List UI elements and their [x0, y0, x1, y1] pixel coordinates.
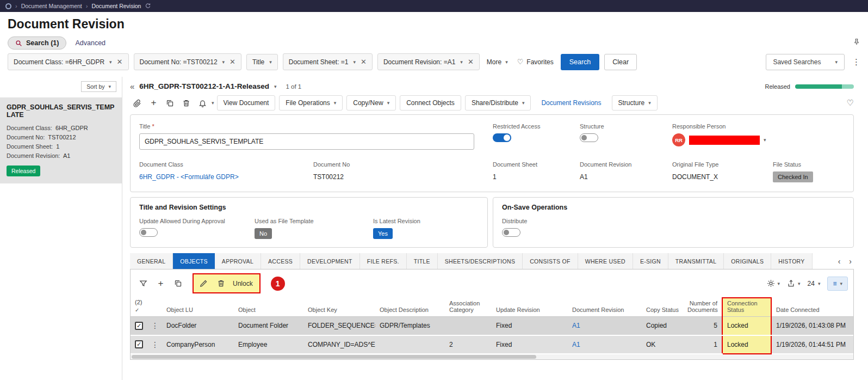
chevron-down-icon[interactable]: ▾ — [222, 59, 225, 65]
horizontal-scrollbar[interactable] — [131, 354, 853, 359]
overflow-menu-icon[interactable]: ⋮ — [852, 57, 860, 67]
tab-where-used[interactable]: WHERE USED — [578, 253, 633, 269]
more-filters-button[interactable]: More ▾ — [485, 54, 510, 70]
checkbox-checked-icon[interactable]: ✓ — [135, 340, 143, 348]
breadcrumb-document-management[interactable]: Document Management — [21, 3, 82, 9]
clear-button[interactable]: Clear — [604, 54, 637, 70]
favorites-button[interactable]: ♡ Favorites — [515, 54, 556, 70]
document-class-value[interactable]: 6HR_GDPR - <Formuláře GDPR> — [139, 173, 239, 181]
search-button[interactable]: Search — [561, 54, 600, 70]
col-number-of-documents[interactable]: Number of Documents — [683, 298, 722, 317]
tab-scroll-right-icon[interactable]: › — [849, 257, 852, 266]
restricted-access-toggle[interactable] — [493, 133, 511, 142]
tab-advanced[interactable]: Advanced — [75, 39, 106, 47]
tab-access[interactable]: ACCESS — [261, 253, 300, 269]
view-selector[interactable]: ≡ ▾ — [827, 277, 848, 291]
saved-searches-dropdown[interactable]: Saved Searches ▾ — [766, 54, 845, 70]
col-document-revision[interactable]: Document Revision — [568, 298, 642, 317]
breadcrumb-document-revision[interactable]: Document Revision — [91, 3, 141, 9]
export-icon[interactable]: ▾ — [787, 279, 801, 287]
delete-icon[interactable] — [179, 96, 194, 111]
chevron-down-icon[interactable]: ▾ — [109, 59, 112, 65]
distribute-toggle[interactable] — [502, 228, 520, 237]
result-card[interactable]: GDPR_SOUHLAS_SERVIS_TEMPLATE Document Cl… — [0, 97, 122, 183]
add-object-icon[interactable]: + — [153, 276, 168, 291]
tab-file-refs[interactable]: FILE REFS. — [360, 253, 407, 269]
col-copy-status[interactable]: Copy Status — [642, 298, 683, 317]
attachment-icon[interactable] — [130, 96, 145, 111]
chevron-down-icon[interactable]: ▾ — [354, 59, 356, 65]
sort-by-dropdown[interactable]: Sort by ▾ — [81, 81, 116, 92]
document-revision-link[interactable]: A1 — [572, 341, 580, 348]
grid-settings-gear-icon[interactable]: ▾ — [767, 279, 780, 287]
copy-icon[interactable] — [163, 96, 177, 111]
tab-originals[interactable]: ORIGINALS — [724, 253, 771, 269]
col-update-revision[interactable]: Update Revision — [492, 298, 568, 317]
collapse-panel-icon[interactable]: « — [130, 82, 134, 91]
col-object-description[interactable]: Object Description — [375, 298, 445, 317]
delete-icon[interactable] — [214, 276, 228, 291]
col-association-category[interactable]: Association Category — [445, 298, 492, 317]
col-date-connected[interactable]: Date Connected — [771, 298, 853, 317]
chevron-down-icon[interactable]: ▾ — [764, 137, 766, 143]
tab-title[interactable]: TITLE — [407, 253, 438, 269]
tab-scroll-left-icon[interactable]: ‹ — [838, 257, 841, 266]
avatar[interactable]: RR — [672, 133, 685, 146]
row-menu-icon[interactable]: ⋮ — [151, 321, 159, 330]
tab-general[interactable]: GENERAL — [130, 253, 173, 269]
chevron-down-icon[interactable]: ▾ — [274, 84, 277, 89]
tab-history[interactable]: HISTORY — [771, 253, 812, 269]
view-document-button[interactable]: View Document — [217, 95, 276, 111]
checkbox-checked-icon[interactable]: ✓ — [135, 322, 143, 330]
tab-sheets-descriptions[interactable]: SHEETS/DESCRIPTIONS — [438, 253, 523, 269]
tab-search[interactable]: Search (1) — [8, 36, 66, 50]
tab-e-sign[interactable]: E-SIGN — [633, 253, 668, 269]
close-icon[interactable]: ✕ — [230, 58, 235, 66]
col-object-key[interactable]: Object Key — [303, 298, 375, 317]
filter-chip-document-class[interactable]: Document Class: =6HR_GDPR ▾ ✕ — [8, 53, 129, 70]
chevron-down-icon[interactable]: ▾ — [269, 59, 272, 65]
filter-chip-document-revision[interactable]: Document Revision: =A1 ▾ ✕ — [377, 53, 480, 70]
file-operations-button[interactable]: File Operations▾ — [279, 95, 343, 111]
filter-chip-document-sheet[interactable]: Document Sheet: =1 ▾ ✕ — [283, 53, 373, 70]
structure-button[interactable]: Structure▾ — [612, 95, 658, 111]
tab-approval[interactable]: APPROVAL — [215, 253, 261, 269]
chevron-down-icon[interactable]: ▾ — [460, 59, 463, 65]
add-icon[interactable]: + — [146, 96, 161, 111]
col-object-lu[interactable]: Object LU — [162, 298, 234, 317]
document-revision-link[interactable]: A1 — [572, 322, 580, 329]
tab-objects[interactable]: OBJECTS — [173, 253, 215, 269]
update-allowed-toggle[interactable] — [139, 228, 158, 237]
pin-icon[interactable] — [853, 38, 860, 48]
unlock-button[interactable]: Unlock — [231, 280, 255, 287]
table-row[interactable]: ✓ ⋮ DocFolder Document Folder FOLDER_SEQ… — [131, 317, 853, 335]
table-row[interactable]: ✓ ⋮ CompanyPerson Employee COMPANY_ID=AD… — [131, 335, 853, 354]
edit-pencil-icon[interactable] — [196, 276, 211, 291]
close-icon[interactable]: ✕ — [468, 58, 474, 66]
scrollbar-thumb[interactable] — [132, 355, 536, 359]
chevron-down-icon[interactable]: ▾ — [212, 100, 214, 106]
page-size-dropdown[interactable]: 24 ▾ — [808, 280, 821, 287]
col-connection-status[interactable]: Connection Status — [722, 298, 771, 317]
document-revisions-button[interactable]: Document Revisions — [535, 95, 607, 111]
select-all-check-icon[interactable]: ✓ — [135, 307, 158, 313]
share-distribute-button[interactable]: Share/Distribute▾ — [465, 95, 531, 111]
copy-icon[interactable] — [171, 276, 185, 291]
close-icon[interactable]: ✕ — [117, 58, 123, 66]
copy-new-button[interactable]: Copy/New▾ — [346, 95, 396, 111]
tab-transmittal[interactable]: TRANSMITTAL — [668, 253, 724, 269]
col-object[interactable]: Object — [234, 298, 303, 317]
tab-development[interactable]: DEVELOPMENT — [300, 253, 360, 269]
refresh-icon[interactable] — [145, 3, 151, 10]
filter-chip-document-no[interactable]: Document No: =TST00212 ▾ ✕ — [134, 53, 242, 70]
structure-toggle[interactable] — [580, 133, 598, 142]
select-all-header[interactable]: (2) ✓ — [131, 298, 162, 317]
connect-objects-button[interactable]: Connect Objects — [400, 95, 461, 111]
app-logo[interactable] — [5, 3, 11, 9]
row-menu-icon[interactable]: ⋮ — [151, 340, 159, 349]
tab-consists-of[interactable]: CONSISTS OF — [523, 253, 578, 269]
close-icon[interactable]: ✕ — [361, 58, 367, 66]
filter-icon[interactable] — [136, 276, 151, 291]
filter-chip-title[interactable]: Title ▾ — [246, 54, 278, 70]
title-input[interactable] — [139, 133, 474, 150]
